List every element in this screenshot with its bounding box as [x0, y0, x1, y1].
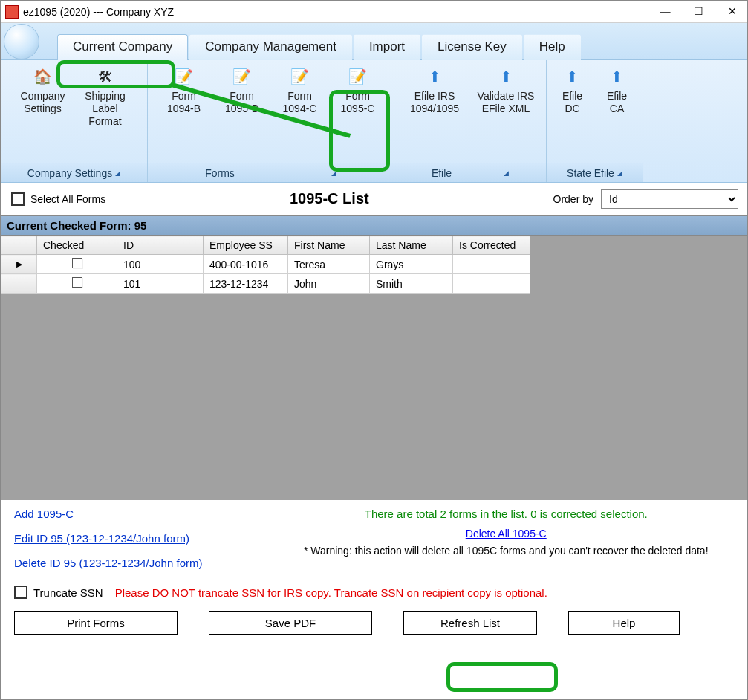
ribbon-group-state-efile: ⬆ Efile DC ⬆ Efile CA State Efile◢: [547, 60, 643, 182]
ribbon-label: Efile CA: [602, 90, 633, 115]
delete-all-link[interactable]: Delete All 1095-C: [276, 528, 735, 539]
ribbon-label: Form 1094-C: [276, 90, 325, 115]
tab-license-key[interactable]: License Key: [422, 34, 522, 60]
form-1095-c-button[interactable]: 📝 Form 1095-C: [329, 63, 387, 120]
table-row[interactable]: 101 123-12-1234 John Smith: [1, 274, 530, 294]
order-by-select[interactable]: Id: [601, 189, 738, 209]
cell-id: 100: [117, 255, 204, 274]
status-bar: Current Checked Form: 95: [1, 215, 748, 236]
expand-icon[interactable]: ◢: [115, 169, 120, 177]
expand-icon[interactable]: ◢: [617, 169, 622, 177]
expand-icon[interactable]: ◢: [504, 169, 509, 177]
efile-dc-button[interactable]: ⬆ Efile DC: [553, 63, 593, 120]
col-lname[interactable]: Last Name: [370, 236, 453, 255]
tab-company-management[interactable]: Company Management: [189, 34, 352, 60]
row-indicator: ▶: [1, 255, 37, 274]
row-checkbox[interactable]: [72, 258, 82, 268]
row-indicator: [1, 274, 37, 294]
cell-first: John: [288, 274, 370, 294]
ribbon-label: Company Settings: [16, 90, 70, 115]
ribbon-group-label: Forms◢: [148, 163, 394, 182]
ribbon-group-label: State Efile◢: [547, 163, 643, 182]
total-count-text: There are total 2 forms in the list. 0 i…: [276, 508, 735, 520]
truncate-ssn-label: Truncate SSN: [33, 586, 103, 599]
order-by-label: Order by: [553, 193, 593, 205]
cell-last: Grays: [370, 255, 453, 274]
app-icon: [5, 5, 19, 19]
form-icon: 📝: [349, 68, 367, 85]
expand-icon[interactable]: ◢: [331, 169, 336, 177]
ribbon-group-label: Efile◢: [394, 163, 546, 182]
window-title: ez1095 (2020) --- Company XYZ: [23, 6, 648, 18]
title-bar: ez1095 (2020) --- Company XYZ — ☐ ✕: [1, 1, 748, 23]
table-row[interactable]: ▶ 100 400-00-1016 Teresa Grays: [1, 255, 530, 274]
col-fname[interactable]: First Name: [288, 236, 370, 255]
maximize-button[interactable]: ☐: [682, 1, 715, 23]
ribbon-label: Form 1095-C: [334, 90, 383, 115]
add-1095c-link[interactable]: Add 1095-C: [14, 508, 74, 520]
minimize-button[interactable]: —: [648, 1, 682, 23]
ribbon-label: Efile DC: [557, 90, 588, 115]
cell-corrected: [453, 274, 530, 294]
lower-panel: Add 1095-C Edit ID 95 (123-12-1234/John …: [1, 500, 748, 642]
ribbon-label: Efile IRS 1094/1095: [403, 90, 466, 115]
shipping-label-format-button[interactable]: 🛠 Shipping Label Format: [74, 63, 137, 132]
form-icon: 📝: [291, 68, 309, 85]
tab-current-company[interactable]: Current Company: [57, 34, 188, 60]
ribbon-group-efile: ⬆ Efile IRS 1094/1095 ⬆ Validate IRS EFi…: [394, 60, 547, 182]
help-button[interactable]: Help: [568, 611, 680, 635]
tab-import[interactable]: Import: [354, 34, 420, 60]
delete-warning: * Warning: this action will delete all 1…: [276, 544, 735, 557]
cell-ssn: 123-12-1234: [204, 274, 288, 294]
form-1094-b-button[interactable]: 📝 Form 1094-B: [155, 63, 213, 120]
filter-row: Select All Forms 1095-C List Order by Id: [1, 183, 748, 215]
validate-irs-efile-button[interactable]: ⬆ Validate IRS EFile XML: [470, 63, 542, 120]
form-1094-c-button[interactable]: 📝 Form 1094-C: [271, 63, 329, 120]
efile-irs-button[interactable]: ⬆ Efile IRS 1094/1095: [399, 63, 470, 120]
close-button[interactable]: ✕: [715, 1, 748, 23]
cell-corrected: [453, 255, 530, 274]
home-icon: 🏠: [34, 68, 52, 85]
orb-button[interactable]: [4, 24, 39, 59]
select-all-label: Select All Forms: [30, 193, 105, 205]
upload-icon: ⬆: [497, 68, 515, 85]
col-corrected[interactable]: Is Corrected: [453, 236, 530, 255]
cell-id: 101: [117, 274, 204, 294]
col-checked[interactable]: Checked: [37, 236, 117, 255]
upload-icon: ⬆: [426, 68, 443, 85]
print-forms-button[interactable]: Print Forms: [14, 611, 178, 635]
ribbon: 🏠 Company Settings 🛠 Shipping Label Form…: [1, 60, 748, 183]
ribbon-label: Validate IRS EFile XML: [475, 90, 537, 115]
col-ssn[interactable]: Employee SS: [204, 236, 288, 255]
ribbon-group-company-settings: 🏠 Company Settings 🛠 Shipping Label Form…: [1, 60, 148, 182]
col-id[interactable]: ID: [117, 236, 204, 255]
form-1095-b-button[interactable]: 📝 Form 1095-B: [213, 63, 271, 120]
tab-area: Current Company Company Management Impor…: [1, 23, 748, 60]
form-icon: 📝: [233, 68, 251, 85]
cell-last: Smith: [370, 274, 453, 294]
select-all-checkbox[interactable]: [11, 192, 25, 206]
forms-table: Checked ID Employee SS First Name Last N…: [1, 236, 530, 294]
list-title: 1095-C List: [105, 190, 553, 207]
tools-icon: 🛠: [97, 68, 114, 85]
ribbon-label: Shipping Label Format: [79, 90, 132, 127]
row-checkbox[interactable]: [72, 277, 82, 288]
form-icon: 📝: [175, 68, 193, 85]
highlight-refresh-list: [446, 662, 558, 692]
efile-ca-button[interactable]: ⬆ Efile CA: [597, 63, 637, 120]
edit-id-link[interactable]: Edit ID 95 (123-12-1234/John form): [14, 532, 189, 545]
row-header-corner: [1, 236, 37, 255]
upload-icon: ⬆: [608, 68, 626, 85]
truncate-ssn-checkbox[interactable]: [14, 586, 27, 599]
ribbon-group-label: Company Settings◢: [1, 163, 147, 182]
table-container: Checked ID Employee SS First Name Last N…: [1, 236, 748, 500]
ribbon-label: Form 1095-B: [218, 90, 267, 115]
ribbon-group-forms: 📝 Form 1094-B 📝 Form 1095-B 📝 Form 1094-…: [148, 60, 394, 182]
cell-first: Teresa: [288, 255, 370, 274]
tab-help[interactable]: Help: [524, 34, 581, 60]
cell-ssn: 400-00-1016: [204, 255, 288, 274]
save-pdf-button[interactable]: Save PDF: [209, 611, 372, 635]
delete-id-link[interactable]: Delete ID 95 (123-12-1234/John form): [14, 557, 202, 569]
refresh-list-button[interactable]: Refresh List: [403, 611, 537, 635]
company-settings-button[interactable]: 🏠 Company Settings: [12, 63, 74, 120]
